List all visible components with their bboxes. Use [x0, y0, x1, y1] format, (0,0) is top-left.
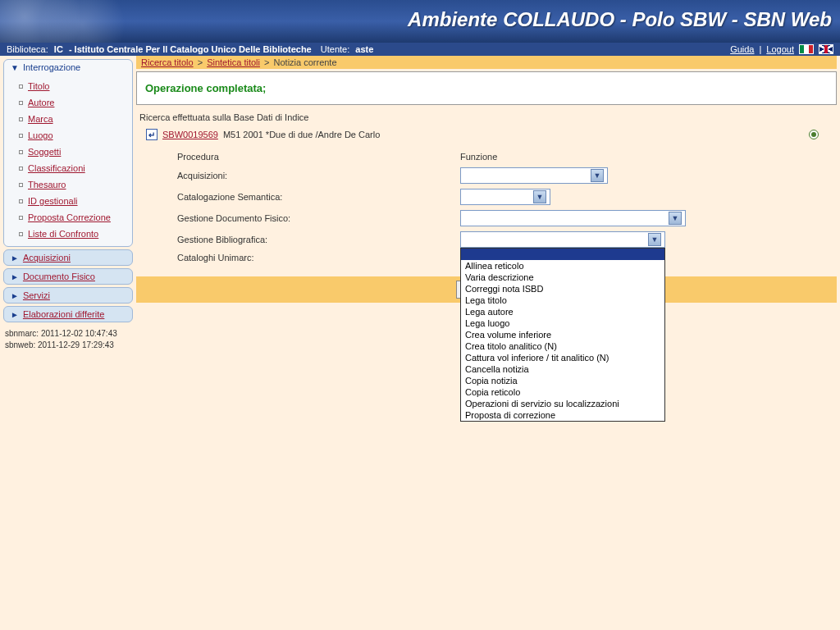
- sidebar-item: Proposta Correzione: [19, 209, 126, 226]
- sidebar-link[interactable]: Luogo: [28, 130, 53, 140]
- bullet-icon: [19, 101, 23, 105]
- dropdown-option[interactable]: Copia reticolo: [461, 386, 664, 398]
- biblioteca-name: - Istituto Centrale Per Il Catalogo Unic…: [69, 44, 312, 54]
- biblioteca-code: IC: [54, 44, 63, 54]
- sidebar-link[interactable]: ID gestionali: [28, 196, 78, 206]
- nav-header[interactable]: ►Acquisizioni: [11, 253, 126, 262]
- dropdown-option[interactable]: Correggi nota ISBD: [461, 283, 664, 294]
- dropdown-option[interactable]: [461, 249, 664, 260]
- form-row: Acquisizioni:▼: [177, 165, 820, 186]
- breadcrumb-link[interactable]: Ricerca titolo: [141, 57, 194, 67]
- nav-header[interactable]: ►Documento Fisico: [11, 272, 126, 281]
- header-banner: Ambiente COLLAUDO - Polo SBW - SBN Web: [0, 0, 840, 43]
- main-content: Ricerca titolo > Sintetica titoli > Noti…: [136, 56, 840, 358]
- back-arrow-icon[interactable]: ↵: [146, 129, 158, 140]
- subheader: Biblioteca: IC - Istituto Centrale Per I…: [0, 43, 840, 56]
- form-headers: Procedura Funzione: [177, 148, 820, 165]
- select-gestione-bibliografica-[interactable]: ▼: [460, 231, 665, 248]
- breadcrumb-current: Notizia corrente: [274, 57, 337, 67]
- nav-section: ►Servizi: [3, 287, 133, 304]
- sidebar-link[interactable]: Classificazioni: [28, 163, 85, 173]
- bullet-icon: [19, 216, 23, 220]
- timestamp-row: sbnweb: 2011-12-29 17:29:43: [5, 340, 131, 351]
- chevron-down-icon: ▼: [591, 169, 604, 182]
- sidebar-link[interactable]: Proposta Correzione: [28, 212, 111, 222]
- sidebar-item: Marca: [19, 111, 126, 127]
- dropdown-option[interactable]: Copia notizia: [461, 375, 664, 386]
- chevron-down-icon: ▼: [648, 233, 661, 246]
- dropdown-option[interactable]: Allinea reticolo: [461, 260, 664, 272]
- sidebar-item: Autore: [19, 94, 126, 111]
- dropdown-option[interactable]: Proposta di correzione: [461, 409, 664, 421]
- nav-section-link[interactable]: Documento Fisico: [23, 272, 95, 281]
- chevron-right-icon: ►: [11, 310, 19, 319]
- form-label: Gestione Documento Fisico:: [177, 213, 460, 223]
- nav-section: ►Elaborazioni differite: [3, 306, 133, 322]
- chevron-down-icon: ▼: [533, 190, 546, 203]
- logout-link[interactable]: Logout: [766, 44, 794, 54]
- flag-uk-icon[interactable]: [819, 44, 833, 54]
- dropdown-option[interactable]: Lega titolo: [461, 294, 664, 306]
- select-gestione-documento-fisico-[interactable]: ▼: [460, 210, 686, 226]
- guida-link[interactable]: Guida: [730, 44, 754, 54]
- nav-header[interactable]: ►Elaborazioni differite: [11, 309, 126, 319]
- subheader-left: Biblioteca: IC - Istituto Centrale Per I…: [7, 44, 377, 54]
- sidebar: ▼ Interrogazione TitoloAutoreMarcaLuogoS…: [0, 56, 136, 358]
- sidebar-link[interactable]: Liste di Confronto: [28, 229, 98, 239]
- dropdown-list: Allinea reticoloVaria descrizioneCorregg…: [460, 248, 665, 422]
- form-label: Gestione Bibliografica:: [177, 235, 460, 244]
- form-label: Acquisizioni:: [177, 171, 460, 180]
- dropdown-option[interactable]: Lega luogo: [461, 317, 664, 329]
- sidebar-item: Thesauro: [19, 176, 126, 193]
- record-description: M51 2001 *Due di due /Andre De Carlo: [223, 130, 380, 139]
- form-row: Gestione Bibliografica:▼ Allinea reticol…: [177, 229, 820, 250]
- header-funzione: Funzione: [460, 152, 497, 162]
- utente-value: aste: [355, 44, 373, 54]
- nav-section-link[interactable]: Elaborazioni differite: [23, 309, 104, 319]
- form-row: Gestione Documento Fisico:▼: [177, 208, 820, 229]
- nav-section-link[interactable]: Servizi: [23, 290, 50, 300]
- sidebar-link[interactable]: Titolo: [28, 81, 50, 91]
- record-id-link[interactable]: SBW0019569: [162, 130, 218, 139]
- chevron-down-icon: ▼: [669, 212, 682, 225]
- nav-label: Interrogazione: [23, 62, 80, 72]
- bullet-icon: [19, 150, 23, 154]
- dropdown-option[interactable]: Lega autore: [461, 306, 664, 317]
- sidebar-link[interactable]: Autore: [28, 98, 54, 107]
- sidebar-link[interactable]: Marca: [28, 114, 53, 124]
- status-message: Operazione completata;: [136, 71, 837, 105]
- search-info: Ricerca effettuata sulla Base Dati di In…: [136, 107, 837, 126]
- nav-section-link[interactable]: Acquisizioni: [23, 253, 71, 262]
- timestamps: sbnmarc: 2011-12-02 10:47:43sbnweb: 2011…: [3, 325, 133, 354]
- bullet-icon: [19, 199, 23, 203]
- select-acquisizioni-[interactable]: ▼: [460, 167, 608, 184]
- record-row: ↵ SBW0019569 M51 2001 *Due di due /Andre…: [136, 126, 837, 148]
- nav-header[interactable]: ►Servizi: [11, 290, 126, 300]
- dropdown-option[interactable]: Cancella notizia: [461, 363, 664, 375]
- bullet-icon: [19, 183, 23, 187]
- dropdown-option[interactable]: Varia descrizione: [461, 272, 664, 283]
- breadcrumb-link[interactable]: Sintetica titoli: [207, 57, 260, 67]
- bullet-icon: [19, 84, 23, 89]
- sidebar-item: Liste di Confronto: [19, 226, 126, 242]
- select-catalogazione-semantica-[interactable]: ▼: [460, 189, 550, 205]
- dropdown-option[interactable]: Operazioni di servizio su localizzazioni: [461, 398, 664, 409]
- sidebar-link[interactable]: Soggetti: [28, 147, 61, 157]
- app-title: Ambiente COLLAUDO - Polo SBW - SBN Web: [408, 8, 832, 31]
- form-label: Catalogazione Semantica:: [177, 192, 460, 202]
- nav-header-interrogazione[interactable]: ▼ Interrogazione: [11, 62, 126, 76]
- flag-italy-icon[interactable]: [799, 44, 814, 54]
- nav-section: ►Acquisizioni: [3, 249, 133, 266]
- breadcrumb: Ricerca titolo > Sintetica titoli > Noti…: [136, 56, 837, 69]
- radio-selected-icon[interactable]: [809, 130, 819, 139]
- bullet-icon: [19, 117, 23, 121]
- sidebar-link[interactable]: Thesauro: [28, 180, 66, 189]
- sidebar-item: Titolo: [19, 78, 126, 94]
- header-procedura: Procedura: [177, 152, 460, 162]
- subheader-right: Guida | Logout: [730, 44, 833, 54]
- dropdown-option[interactable]: Crea volume inferiore: [461, 329, 664, 340]
- dropdown-option[interactable]: Crea titolo analitico (N): [461, 340, 664, 352]
- sidebar-item: Classificazioni: [19, 160, 126, 176]
- sidebar-item: Luogo: [19, 127, 126, 144]
- dropdown-option[interactable]: Cattura vol inferiore / tit analitico (N…: [461, 352, 664, 363]
